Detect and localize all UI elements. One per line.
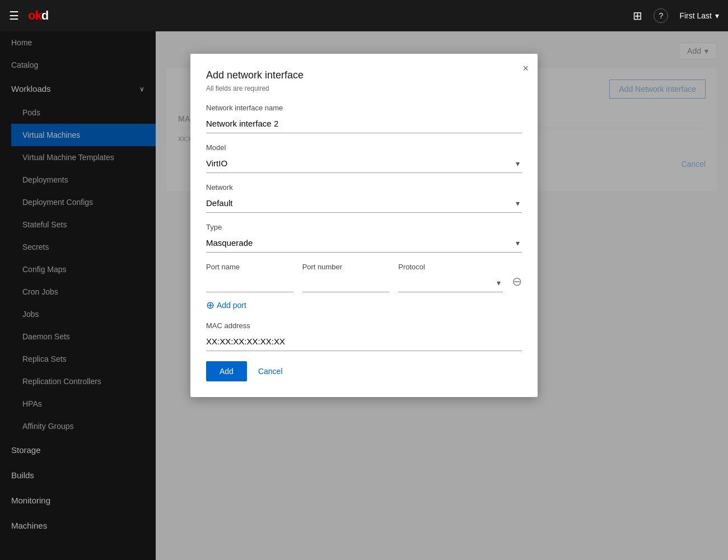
- type-field-group: Type Masquerade Bridge SR-IOV: [206, 223, 522, 253]
- mac-input[interactable]: [206, 332, 522, 351]
- port-number-label: Port number: [302, 263, 390, 271]
- model-select[interactable]: VirtIO e1000 RTL8139: [206, 154, 522, 173]
- port-number-input[interactable]: [302, 273, 390, 292]
- protocol-group: Protocol TCP UDP: [398, 263, 503, 292]
- name-input[interactable]: [206, 114, 522, 133]
- logo: okd: [28, 8, 48, 23]
- port-name-input[interactable]: [206, 273, 293, 292]
- mac-label: MAC address: [206, 321, 522, 330]
- logo-ok: ok: [28, 8, 41, 22]
- port-name-group: Port name: [206, 263, 293, 292]
- main-content: Add ▾ Add Network interface MAC address …: [156, 31, 728, 560]
- type-select-wrapper: Masquerade Bridge SR-IOV: [206, 234, 522, 253]
- port-name-label: Port name: [206, 263, 293, 271]
- topbar: ☰ okd ⊞ ? First Last ▾: [0, 0, 728, 31]
- apps-icon[interactable]: ⊞: [633, 9, 642, 22]
- modal-overlay: Add network interface × All fields are r…: [156, 31, 728, 560]
- modal-close-button[interactable]: ×: [522, 63, 529, 74]
- add-port-label: Add port: [217, 301, 246, 310]
- modal-title: Add network interface: [206, 69, 522, 81]
- modal-add-button[interactable]: Add: [206, 361, 247, 381]
- network-select-wrapper: Default Pod Networking Custom: [206, 194, 522, 213]
- network-select[interactable]: Default Pod Networking Custom: [206, 194, 522, 213]
- modal-actions: Add Cancel: [206, 361, 522, 381]
- logo-d: d: [41, 8, 48, 22]
- network-field-group: Network Default Pod Networking Custom: [206, 183, 522, 213]
- layout: Home Catalog Workloads ∨ Pods Virtual Ma…: [0, 31, 728, 560]
- port-row: Port name Port number Protocol TCP: [206, 263, 522, 292]
- help-icon[interactable]: ?: [654, 8, 668, 23]
- name-field-group: Network interface name: [206, 104, 522, 133]
- modal-dialog: Add network interface × All fields are r…: [190, 54, 538, 397]
- user-menu[interactable]: First Last ▾: [679, 11, 719, 20]
- remove-port-button[interactable]: ⊖: [512, 276, 522, 290]
- add-port-icon: ⊕: [206, 299, 214, 311]
- modal-cancel-button[interactable]: Cancel: [258, 367, 283, 376]
- model-field-group: Model VirtIO e1000 RTL8139: [206, 143, 522, 173]
- user-chevron: ▾: [715, 11, 719, 20]
- hamburger-icon[interactable]: ☰: [9, 9, 19, 22]
- protocol-label: Protocol: [398, 263, 503, 271]
- topbar-right: ⊞ ? First Last ▾: [633, 8, 719, 23]
- name-label: Network interface name: [206, 104, 522, 112]
- mac-field-group: MAC address: [206, 321, 522, 351]
- add-port-button[interactable]: ⊕ Add port: [206, 299, 246, 311]
- protocol-select[interactable]: TCP UDP: [398, 273, 503, 292]
- protocol-select-wrapper: TCP UDP: [398, 273, 503, 292]
- network-label: Network: [206, 183, 522, 192]
- port-number-group: Port number: [302, 263, 390, 292]
- modal-required-text: All fields are required: [206, 85, 522, 92]
- type-label: Type: [206, 223, 522, 231]
- model-select-wrapper: VirtIO e1000 RTL8139: [206, 154, 522, 173]
- user-name: First Last: [679, 11, 712, 20]
- type-select[interactable]: Masquerade Bridge SR-IOV: [206, 234, 522, 253]
- model-label: Model: [206, 143, 522, 152]
